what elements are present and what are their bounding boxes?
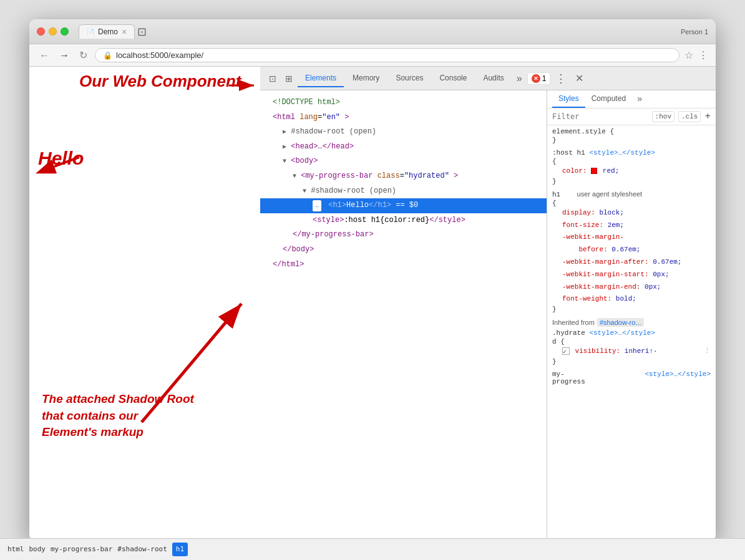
tab-memory[interactable]: Memory bbox=[345, 70, 387, 87]
styles-more-button[interactable]: » bbox=[635, 92, 645, 107]
progress-bar-tag: <my-progress-bar bbox=[301, 171, 372, 180]
hydrate-source-link[interactable]: <style>…</style> bbox=[589, 329, 655, 337]
tab-audits[interactable]: Audits bbox=[475, 70, 511, 87]
expand-inner-shadow[interactable] bbox=[303, 188, 306, 195]
devtools-menu-button[interactable]: ⋮ bbox=[552, 69, 570, 88]
browser-content: Our Web Component bbox=[29, 67, 716, 541]
my-progress-source[interactable]: <style>…</style> bbox=[645, 370, 711, 385]
html-tag: <html bbox=[273, 113, 295, 122]
dots-button[interactable]: … bbox=[313, 200, 321, 211]
dom-line[interactable]: <body> bbox=[260, 154, 547, 169]
dom-line[interactable]: #shadow-root (open) bbox=[260, 125, 547, 140]
tab-console[interactable]: Console bbox=[432, 70, 474, 87]
browser-tab[interactable]: 📄 Demo × bbox=[79, 24, 135, 39]
dom-line[interactable]: #shadow-root (open) bbox=[260, 184, 547, 199]
computed-tab[interactable]: Computed bbox=[585, 90, 632, 108]
class-val: "hydrated" bbox=[404, 171, 449, 180]
address-actions: ☆ ⋮ bbox=[684, 49, 708, 61]
my-progress-rule: my-progress <style>…</style> bbox=[552, 370, 711, 385]
hydrate-close-brace: } bbox=[552, 358, 711, 365]
styles-panel: Styles Computed » :hov .cls + bbox=[547, 90, 716, 541]
h1-content: Hello bbox=[346, 201, 369, 210]
hydrate-open-brace: d { bbox=[552, 338, 711, 345]
dom-line-selected[interactable]: … <h1>Hello</h1> == $0 bbox=[260, 198, 547, 213]
webkit-mb-val: 0.67em; bbox=[611, 246, 640, 253]
visibility-checkbox[interactable] bbox=[562, 347, 570, 355]
traffic-lights bbox=[37, 27, 69, 36]
webkit-ms-val: 0px; bbox=[653, 271, 669, 278]
expand-progress-bar[interactable] bbox=[293, 173, 296, 180]
add-style-button[interactable]: + bbox=[704, 111, 711, 122]
url-box[interactable]: 🔒 localhost:5000/example/ bbox=[95, 48, 679, 62]
error-count: 1 bbox=[542, 74, 547, 83]
new-tab-button[interactable]: ⊡ bbox=[137, 25, 147, 39]
dom-panel: <!DOCTYPE html> <html lang="en" > #shado… bbox=[260, 90, 547, 541]
styles-content: element.style { } :host h1 <style>…</sty… bbox=[547, 125, 716, 541]
expand-body[interactable] bbox=[283, 158, 286, 165]
h1-open-brace: { bbox=[552, 200, 711, 207]
element-style-rule: element.style { } bbox=[552, 128, 711, 144]
color-swatch-red[interactable] bbox=[591, 168, 597, 174]
expand-shadow-root[interactable] bbox=[283, 128, 286, 135]
refresh-button[interactable]: ↻ bbox=[77, 48, 90, 62]
h1-close-brace: } bbox=[552, 306, 711, 313]
rule-open-brace: { bbox=[552, 158, 711, 165]
color-prop: color: red; bbox=[552, 165, 711, 178]
inherited-from-link[interactable]: #shadow-ro... bbox=[597, 318, 644, 327]
errors-badge[interactable]: ✕ 1 bbox=[527, 72, 551, 85]
more-tabs-button[interactable]: » bbox=[513, 70, 526, 87]
dom-line[interactable]: <html lang="en" > bbox=[260, 110, 547, 125]
title-bar: 📄 Demo × ⊡ Person 1 bbox=[29, 19, 716, 44]
tab-close-button[interactable]: × bbox=[122, 27, 127, 36]
webkit-me-val: 0px; bbox=[645, 283, 661, 291]
body-open-tag: <body> bbox=[291, 157, 318, 165]
html-end: </html> bbox=[273, 260, 304, 269]
devtools-tabs: ⊡ ⊞ Elements Memory Sources Console Audi… bbox=[260, 67, 716, 90]
device-icon[interactable]: ⊞ bbox=[281, 71, 296, 86]
body-close: </body> bbox=[283, 245, 314, 254]
bookmark-icon[interactable]: ☆ bbox=[684, 49, 693, 61]
dom-line[interactable]: <head>…</head> bbox=[260, 140, 547, 155]
visibility-prop: visibility: inheri↑· ⋮ bbox=[552, 345, 711, 358]
lang-attr: lang bbox=[299, 113, 318, 122]
annotation-title: Our Web Component bbox=[79, 72, 241, 91]
cls-button[interactable]: .cls bbox=[678, 111, 701, 122]
person-label: Person 1 bbox=[681, 28, 708, 36]
tab-sources[interactable]: Sources bbox=[388, 70, 431, 87]
tab-title: Demo bbox=[98, 27, 118, 36]
visibility-name: visibility: bbox=[575, 347, 621, 355]
lang-val: "en" bbox=[322, 113, 340, 122]
dom-line[interactable]: <my-progress-bar class="hydrated" > bbox=[260, 169, 547, 184]
styles-tab[interactable]: Styles bbox=[552, 90, 585, 108]
more-actions-btn[interactable]: ⋮ bbox=[704, 345, 711, 358]
tab-elements[interactable]: Elements bbox=[298, 70, 344, 87]
font-size-prop: font-size: 2em; bbox=[552, 220, 711, 232]
maximize-button[interactable] bbox=[61, 27, 69, 36]
menu-icon[interactable]: ⋮ bbox=[698, 49, 708, 61]
visibility-val: inheri↑· bbox=[625, 347, 658, 355]
font-size-val: 2em; bbox=[608, 221, 624, 229]
expand-head[interactable] bbox=[283, 143, 286, 150]
style-source-link[interactable]: <style>…</style> bbox=[589, 149, 655, 157]
hydrate-rule: .hydrate <style>…</style> d { visibility… bbox=[552, 329, 711, 365]
filter-input[interactable] bbox=[552, 112, 648, 121]
progress-bar-close: > bbox=[454, 171, 458, 180]
webkit-margin-after-prop: -webkit-margin-after: 0.67em; bbox=[552, 256, 711, 269]
forward-button[interactable]: → bbox=[57, 49, 72, 62]
hov-button[interactable]: :hov bbox=[652, 111, 674, 122]
webkit-margin-before-prop: -webkit-margin- before: 0.67em; bbox=[552, 231, 711, 256]
devtools-close-button[interactable]: ✕ bbox=[572, 70, 587, 87]
h1-ua-rule: h1 user agent stylesheet { display: bloc… bbox=[552, 190, 711, 313]
h1-close: </h1> bbox=[369, 201, 391, 210]
minimize-button[interactable] bbox=[49, 27, 57, 36]
dom-line: </html> bbox=[260, 258, 547, 273]
back-button[interactable]: ← bbox=[37, 49, 52, 62]
devtools-main: <!DOCTYPE html> <html lang="en" > #shado… bbox=[260, 90, 716, 541]
close-button[interactable] bbox=[37, 27, 45, 36]
webkit-me-name: -webkit-margin-end: bbox=[562, 283, 640, 291]
dom0-eq: == $0 bbox=[396, 201, 418, 210]
inner-shadow-label: #shadow-root (open) bbox=[311, 186, 396, 195]
display-prop: display: block; bbox=[552, 207, 711, 220]
inspect-icon[interactable]: ⊡ bbox=[265, 71, 280, 86]
webkit-margin-start-prop: -webkit-margin-start: 0px; bbox=[552, 269, 711, 281]
